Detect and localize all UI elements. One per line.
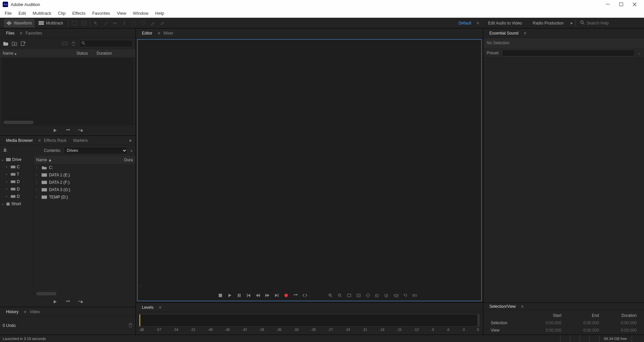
menu-edit[interactable]: Edit [15, 9, 29, 17]
files-search-box[interactable] [79, 40, 133, 47]
rewind-button[interactable] [255, 292, 261, 299]
loop-icon[interactable] [64, 127, 71, 134]
history-menu-icon[interactable]: ≡ [24, 309, 26, 314]
record-button[interactable] [283, 292, 289, 299]
tab-history[interactable]: History [3, 308, 22, 316]
tab-essential-sound[interactable]: Essential Sound [486, 30, 522, 37]
preset-dropdown[interactable] [502, 50, 635, 56]
zoom-out-amplitude-icon[interactable] [336, 292, 343, 299]
menu-help[interactable]: Help [152, 9, 168, 17]
loop-icon[interactable] [64, 298, 71, 305]
zoom-selection-out-icon[interactable]: Q} [383, 292, 390, 299]
zoom-to-selection-icon[interactable]: {Q} [393, 292, 399, 299]
waveform-view-button[interactable]: Waveform [4, 19, 35, 27]
tab-editor[interactable]: Editor [139, 30, 156, 37]
go-to-end-button[interactable] [273, 292, 280, 299]
marquee-tool-icon[interactable] [129, 19, 138, 27]
menu-effects[interactable]: Effects [69, 9, 89, 17]
window-minimize-button[interactable] [601, 0, 614, 9]
tree-item[interactable]: ›D [0, 185, 33, 193]
files-col-duration[interactable]: Duration [97, 51, 112, 56]
hud-toggle-icon[interactable] [70, 19, 79, 27]
zoom-out-full-icon[interactable] [412, 292, 418, 299]
files-col-name[interactable]: Name▲ [3, 51, 76, 56]
time-selection-tool-icon[interactable] [120, 19, 129, 27]
sv-selection-duration[interactable]: 0:00.000 [602, 320, 639, 326]
pause-button[interactable] [236, 292, 243, 299]
window-maximize-button[interactable] [614, 0, 628, 9]
tab-files[interactable]: Files [3, 30, 18, 37]
play-button[interactable] [226, 292, 233, 299]
workspace-default[interactable]: Default [453, 21, 477, 25]
essential-sound-menu-icon[interactable]: ≡ [524, 31, 526, 36]
sv-view-end[interactable]: 0:00.000 [565, 327, 602, 334]
editor-viewport[interactable]: - {Q Q} {Q} [137, 39, 482, 301]
search-help-input[interactable] [587, 21, 637, 25]
media-browser-menu-icon[interactable]: ≡ [38, 138, 41, 143]
tab-mixer[interactable]: Mixer [160, 30, 176, 37]
sv-view-start[interactable]: 0:00.000 [527, 327, 564, 334]
fast-forward-button[interactable] [264, 292, 271, 299]
skip-selection-button[interactable] [302, 292, 308, 299]
drive-row[interactable]: ›DATA 1 (E:) [34, 171, 136, 179]
workspace-default-menu-icon[interactable]: ≡ [477, 21, 483, 25]
mb-col-name[interactable]: Name ▲ [36, 158, 124, 162]
files-panel-menu-icon[interactable]: ≡ [20, 31, 22, 36]
tab-markers[interactable]: Markers [70, 137, 91, 144]
refresh-icon[interactable] [402, 292, 409, 299]
tab-video[interactable]: Video [26, 308, 43, 316]
play-icon[interactable] [52, 127, 58, 134]
tab-effects-rack[interactable]: Effects Rack [41, 137, 70, 144]
menu-clip[interactable]: Clip [55, 9, 69, 17]
razor-tool-icon[interactable] [101, 19, 110, 27]
menu-file[interactable]: File [1, 9, 15, 17]
mb-col-duration[interactable]: Dura [124, 158, 133, 162]
tree-shortcuts[interactable]: ⌄Short [0, 200, 33, 208]
tab-favorites[interactable]: Favorites [22, 30, 45, 37]
slip-tool-icon[interactable] [111, 19, 119, 27]
tree-item[interactable]: ›C [0, 163, 33, 171]
tree-item[interactable]: ›D [0, 193, 33, 200]
tree-item[interactable]: ›D [0, 178, 33, 185]
autoplay-icon[interactable] [77, 127, 84, 134]
mb-scrollbar[interactable] [36, 292, 56, 295]
menu-window[interactable]: Window [129, 9, 152, 17]
new-file-icon[interactable] [20, 41, 26, 47]
search-help-box[interactable] [577, 20, 644, 26]
drive-row[interactable]: ›C: [34, 164, 136, 171]
chevron-down-icon[interactable]: ⌄ [637, 51, 641, 55]
tab-levels[interactable]: Levels [139, 304, 157, 311]
levels-clip-indicator[interactable] [477, 315, 479, 326]
move-tool-icon[interactable] [92, 19, 101, 27]
zoom-selection-in-icon[interactable]: {Q [374, 292, 381, 299]
play-icon[interactable] [52, 298, 58, 305]
contents-dropdown[interactable]: Drives [64, 147, 127, 154]
selection-view-menu-icon[interactable]: ≡ [521, 304, 524, 309]
multitrack-view-button[interactable]: Multitrack [36, 19, 66, 27]
trash-icon[interactable] [128, 323, 133, 329]
drive-row[interactable]: ›TEMP (D:) [34, 193, 136, 201]
tab-media-browser[interactable]: Media Browser [3, 137, 36, 144]
menu-view[interactable]: View [113, 9, 129, 17]
open-file-icon[interactable] [3, 41, 9, 47]
menu-favorites[interactable]: Favorites [89, 9, 113, 17]
brush-tool-icon[interactable] [148, 19, 157, 27]
workspace-edit-audio-video[interactable]: Edit Audio to Video [483, 21, 527, 25]
editor-menu-icon[interactable]: ≡ [158, 31, 160, 36]
zoom-in-time-icon[interactable] [355, 292, 362, 299]
tree-item[interactable]: ›T [0, 171, 33, 178]
delete-icon[interactable] [70, 41, 76, 47]
tab-selection-view[interactable]: Selection/View [486, 303, 519, 310]
sv-selection-start[interactable]: 0:00.000 [527, 320, 564, 326]
zoom-full-icon[interactable] [365, 292, 371, 299]
autoplay-icon[interactable] [77, 298, 84, 305]
sv-selection-end[interactable]: 0:00.000 [565, 320, 602, 326]
window-close-button[interactable] [628, 0, 641, 9]
levels-menu-icon[interactable]: ≡ [159, 305, 161, 310]
files-col-status[interactable]: Status [76, 51, 97, 56]
import-file-icon[interactable] [11, 41, 17, 47]
tree-drives-root[interactable]: ⌄Drive [0, 156, 33, 163]
workspace-overflow-icon[interactable]: » [569, 21, 574, 25]
spectral-toggle-icon[interactable] [79, 19, 88, 27]
stop-button[interactable] [217, 292, 224, 299]
